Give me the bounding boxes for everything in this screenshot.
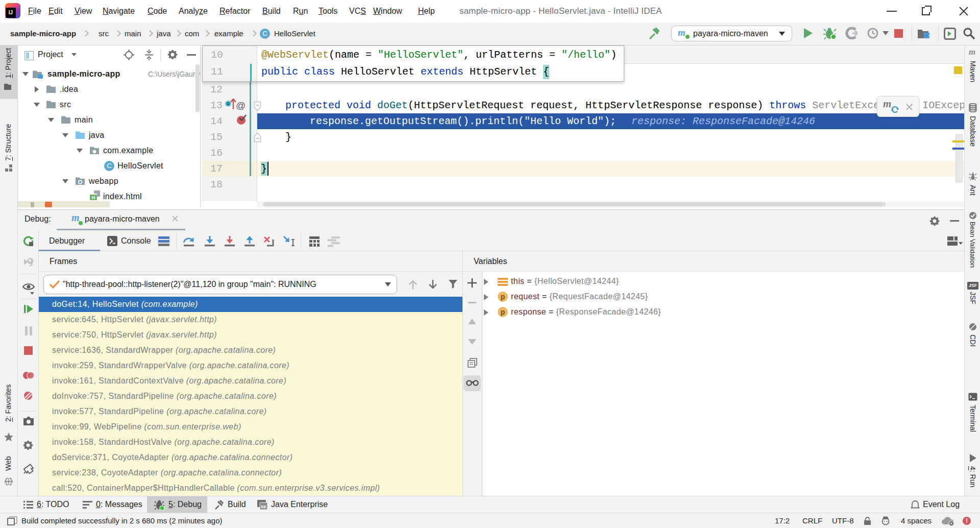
svg-text:EE: EE	[261, 505, 266, 509]
svg-text:H: H	[92, 195, 95, 200]
